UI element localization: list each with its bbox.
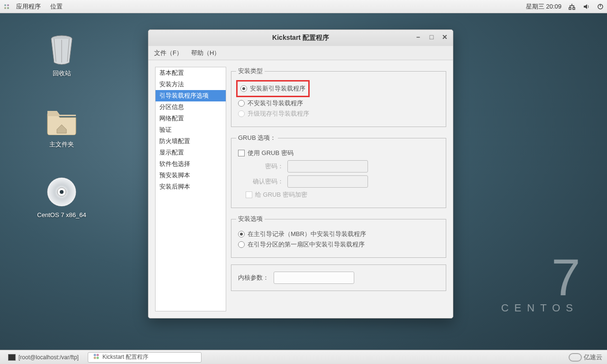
group-install-type: 安装类型 安装新引导装载程序 不安装引导装载程序 升级现存引导装载程序 <box>231 67 446 127</box>
checkbox-icon <box>246 191 252 198</box>
power-icon[interactable] <box>597 3 604 10</box>
radio-no-install[interactable]: 不安装引导装载程序 <box>238 99 441 108</box>
volume-icon[interactable] <box>582 3 590 10</box>
app-icon <box>93 353 100 361</box>
svg-point-2 <box>4 7 6 9</box>
label-confirm-password: 确认密码： <box>246 177 284 186</box>
radio-install-first-sector[interactable]: 在引导分区的第一扇区中安装引导装载程序 <box>238 240 441 249</box>
menu-places[interactable]: 位置 <box>46 2 66 11</box>
network-icon[interactable] <box>568 3 576 10</box>
minimize-button[interactable]: – <box>414 33 423 41</box>
menu-file[interactable]: 文件（F） <box>154 49 183 57</box>
watermark: 亿速云 <box>569 353 602 362</box>
legend-install-type: 安装类型 <box>236 67 265 75</box>
desktop-trash[interactable]: 回收站 <box>33 33 90 78</box>
cloud-icon <box>569 353 582 362</box>
legend-install-options: 安装选项 <box>236 215 265 223</box>
label-password: 密码： <box>246 162 284 171</box>
sidebar-item-display[interactable]: 显示配置 <box>156 147 226 158</box>
radio-icon <box>238 110 245 117</box>
menu-applications[interactable]: 应用程序 <box>12 2 45 11</box>
sidebar-item-auth[interactable]: 验证 <box>156 124 226 136</box>
close-button[interactable]: ✕ <box>441 33 449 41</box>
desktop-disc-label: CentOS 7 x86_64 <box>33 211 90 218</box>
desktop-home-label: 主文件夹 <box>33 140 90 149</box>
sidebar-item-pre-script[interactable]: 预安装脚本 <box>156 170 226 181</box>
task-kickstart[interactable]: Kickstart 配置程序 <box>88 352 202 363</box>
checkbox-use-grub-pw[interactable]: 使用 GRUB 密码 <box>238 149 441 157</box>
sidebar-item-post-script[interactable]: 安装后脚本 <box>156 181 226 192</box>
legend-grub: GRUB 选项： <box>236 134 278 142</box>
bottom-panel: [root@localhost:/var/ftp] Kickstart 配置程序 <box>0 350 607 364</box>
clock[interactable]: 星期三 20:09 <box>526 2 561 11</box>
radio-upgrade: 升级现存引导装载程序 <box>238 109 441 118</box>
window-title: Kickstart 配置程序 <box>272 34 329 42</box>
svg-point-14 <box>96 357 99 359</box>
menu-help[interactable]: 帮助（H） <box>191 49 220 57</box>
group-install-options: 安装选项 在主引导记录（MBR）中安装引导装载程序 在引导分区的第一扇区中安装引… <box>231 215 446 258</box>
label-kernel-params: 内核参数： <box>238 273 269 282</box>
sidebar-item-install-method[interactable]: 安装方法 <box>156 79 226 90</box>
terminal-icon <box>8 354 16 361</box>
radio-icon <box>238 241 245 248</box>
trash-icon <box>45 33 78 66</box>
sidebar-item-packages[interactable]: 软件包选择 <box>156 158 226 170</box>
svg-point-0 <box>4 4 6 6</box>
kickstart-window: Kickstart 配置程序 – □ ✕ 文件（F） 帮助（H） 基本配置 安装… <box>148 29 453 318</box>
sidebar-item-network[interactable]: 网络配置 <box>156 113 226 124</box>
svg-point-13 <box>93 357 96 359</box>
input-kernel-params[interactable] <box>274 272 354 284</box>
sidebar-item-firewall[interactable]: 防火墙配置 <box>156 136 226 147</box>
menubar: 文件（F） 帮助（H） <box>148 46 453 60</box>
task-terminal[interactable]: [root@localhost:/var/ftp] <box>3 352 84 363</box>
svg-point-11 <box>93 354 96 356</box>
checkbox-encrypt-pw: 给 GRUB 密码加密 <box>246 191 441 199</box>
input-confirm-password <box>287 175 368 188</box>
highlight-box: 安装新引导装载程序 <box>236 80 310 97</box>
sidebar-item-basic[interactable]: 基本配置 <box>156 67 226 79</box>
svg-point-12 <box>96 354 99 356</box>
folder-home-icon <box>45 104 78 137</box>
desktop-home[interactable]: 主文件夹 <box>33 104 90 149</box>
radio-icon <box>240 85 247 92</box>
group-kernel: 内核参数： <box>231 264 446 291</box>
desktop-disc[interactable]: CentOS 7 x86_64 <box>33 175 90 218</box>
sidebar-item-bootloader[interactable]: 引导装载程序选项 <box>156 90 226 101</box>
svg-point-3 <box>7 7 9 9</box>
checkbox-icon <box>238 150 245 156</box>
group-grub-options: GRUB 选项： 使用 GRUB 密码 密码： 确认密码： 给 GRUB 密码加… <box>231 134 446 208</box>
maximize-button[interactable]: □ <box>427 33 436 41</box>
top-panel: 应用程序 位置 星期三 20:09 <box>0 0 607 13</box>
radio-install-mbr[interactable]: 在主引导记录（MBR）中安装引导装载程序 <box>238 230 441 238</box>
desktop-trash-label: 回收站 <box>33 69 90 78</box>
disc-icon <box>45 175 78 209</box>
radio-icon <box>238 231 245 237</box>
svg-point-1 <box>7 4 9 6</box>
sidebar-item-partition[interactable]: 分区信息 <box>156 101 226 113</box>
titlebar[interactable]: Kickstart 配置程序 – □ ✕ <box>148 30 453 46</box>
sidebar: 基本配置 安装方法 引导装载程序选项 分区信息 网络配置 验证 防火墙配置 显示… <box>155 67 226 311</box>
radio-install-new[interactable]: 安装新引导装载程序 <box>240 84 305 93</box>
radio-icon <box>238 100 245 107</box>
gnome-icon <box>3 3 10 10</box>
svg-point-10 <box>60 190 64 194</box>
input-password <box>287 160 368 173</box>
centos-wallpaper-brand: 7 CENTOS <box>501 256 579 314</box>
